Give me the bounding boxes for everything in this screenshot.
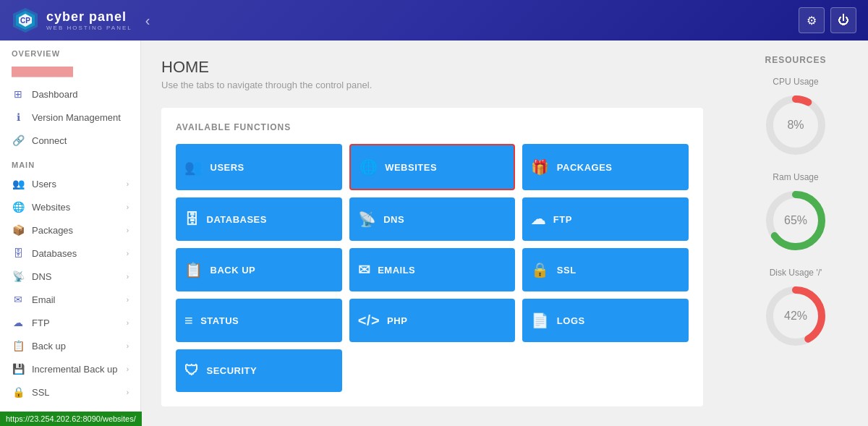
users-icon: 👥 xyxy=(184,158,203,176)
dns-icon: 📡 xyxy=(358,210,377,228)
main-layout: OVERVIEW ██████████ ⊞ Dashboard ℹ Versio… xyxy=(0,41,868,426)
sidebar-item-users[interactable]: 👥 Users › xyxy=(0,172,140,195)
func-btn-databases[interactable]: 🗄DATABASES xyxy=(176,197,342,241)
dns-icon: 📡 xyxy=(12,270,25,282)
logo-icon: CP xyxy=(12,7,39,34)
dns-label: DNS xyxy=(383,214,404,225)
packages-chevron: › xyxy=(127,226,129,234)
status-label: STATUS xyxy=(200,315,239,326)
packages-icon: 🎁 xyxy=(531,158,550,176)
websites-icon: 🌐 xyxy=(359,158,378,176)
status-icon: ≡ xyxy=(184,312,193,329)
sidebar-item-ftp[interactable]: ☁ FTP › xyxy=(0,311,140,334)
func-btn-php[interactable]: </>PHP xyxy=(349,299,516,342)
app-name: cyber panel xyxy=(46,9,132,25)
sidebar-item-websites[interactable]: 🌐 Websites › xyxy=(0,195,140,218)
bottom-bar: https://23.254.202.62:8090/websites/ xyxy=(0,412,142,426)
emails-label: EMAILS xyxy=(378,265,415,276)
resources-title: RESOURCES xyxy=(735,55,856,65)
sidebar-section-overview: OVERVIEW xyxy=(0,41,140,61)
logs-label: LOGS xyxy=(557,315,585,326)
backup-icon: 📋 xyxy=(184,261,203,278)
collapse-button[interactable]: ‹ xyxy=(140,9,156,32)
ssl-chevron: › xyxy=(127,388,129,396)
php-label: PHP xyxy=(387,315,407,326)
ftp-icon: ☁ xyxy=(531,210,546,228)
websites-icon: 🌐 xyxy=(12,201,25,213)
cpu-donut: 8% xyxy=(763,93,828,158)
func-btn-dns[interactable]: 📡DNS xyxy=(349,197,516,241)
func-btn-packages[interactable]: 🎁PACKAGES xyxy=(522,144,689,190)
databases-chevron: › xyxy=(127,250,129,257)
page-subtitle: Use the tabs to navigate through the con… xyxy=(161,80,703,90)
sidebar-item-dashboard[interactable]: ⊞ Dashboard xyxy=(0,82,140,106)
logo-text: cyber panel WEB HOSTING PANEL xyxy=(46,9,132,31)
ram-donut: 65% xyxy=(763,188,828,253)
bottom-url: https://23.254.202.62:8090/websites/ xyxy=(6,414,136,423)
ftp-chevron: › xyxy=(127,319,129,327)
sidebar-item-ssl[interactable]: 🔒 SSL › xyxy=(0,380,140,404)
sidebar-item-databases[interactable]: 🗄 Databases › xyxy=(0,242,140,265)
main-content: HOME Use the tabs to navigate through th… xyxy=(141,41,723,426)
func-btn-logs[interactable]: 📄LOGS xyxy=(522,299,689,342)
packages-icon: 📦 xyxy=(12,224,25,236)
disk-usage: Disk Usage '/' 42% xyxy=(735,268,856,349)
databases-label: DATABASES xyxy=(207,214,267,225)
backup-chevron: › xyxy=(127,342,129,350)
func-btn-security[interactable]: 🛡SECURITY xyxy=(176,349,342,392)
sidebar-item-connect[interactable]: 🔗 Connect xyxy=(0,129,140,152)
packages-label: PACKAGES xyxy=(557,162,613,173)
functions-panel: AVAILABLE FUNCTIONS 👥USERS🌐WEBSITES🎁PACK… xyxy=(161,108,703,406)
users-chevron: › xyxy=(127,180,129,188)
security-label: SECURITY xyxy=(207,365,258,376)
email-chevron: › xyxy=(127,296,129,304)
func-btn-ssl[interactable]: 🔒SSL xyxy=(522,248,689,291)
topbar-left: CP cyber panel WEB HOSTING PANEL ‹ xyxy=(12,7,156,34)
disk-donut: 42% xyxy=(763,284,828,349)
sidebar-item-email[interactable]: ✉ Email › xyxy=(0,288,140,311)
func-btn-users[interactable]: 👥USERS xyxy=(176,144,342,190)
func-btn-status[interactable]: ≡STATUS xyxy=(176,299,342,342)
svg-text:CP: CP xyxy=(20,17,30,25)
ssl-icon: 🔒 xyxy=(531,261,550,278)
power-button[interactable]: ⏻ xyxy=(830,7,856,33)
sidebar-item-dns[interactable]: 📡 DNS › xyxy=(0,265,140,288)
resources-panel: RESOURCES CPU Usage 8% Ram Usage xyxy=(723,41,868,426)
topbar: CP cyber panel WEB HOSTING PANEL ‹ ⚙ ⏻ xyxy=(0,0,868,41)
ftp-icon: ☁ xyxy=(12,317,25,328)
websites-label: WEBSITES xyxy=(385,162,437,173)
emails-icon: ✉ xyxy=(358,261,371,278)
func-btn-backup[interactable]: 📋BACK UP xyxy=(176,248,342,291)
functions-title: AVAILABLE FUNCTIONS xyxy=(176,122,689,132)
settings-button[interactable]: ⚙ xyxy=(799,7,825,33)
php-icon: </> xyxy=(358,312,380,329)
func-btn-websites[interactable]: 🌐WEBSITES xyxy=(349,144,516,190)
ftp-label: FTP xyxy=(553,214,572,225)
topbar-right: ⚙ ⏻ xyxy=(799,7,856,33)
sidebar-item-incremental-backup[interactable]: 💾 Incremental Back up › xyxy=(0,357,140,380)
cpu-usage: CPU Usage 8% xyxy=(735,77,856,158)
functions-grid: 👥USERS🌐WEBSITES🎁PACKAGES🗄DATABASES📡DNS☁F… xyxy=(176,144,689,392)
cpu-value: 8% xyxy=(787,119,804,132)
dashboard-icon: ⊞ xyxy=(12,88,25,100)
sidebar-section-main: MAIN xyxy=(0,152,140,172)
func-btn-emails[interactable]: ✉EMAILS xyxy=(349,248,516,291)
func-btn-ftp[interactable]: ☁FTP xyxy=(522,197,689,241)
incremental-backup-icon: 💾 xyxy=(12,363,25,375)
websites-chevron: › xyxy=(127,203,129,211)
security-icon: 🛡 xyxy=(184,362,200,379)
app-sub: WEB HOSTING PANEL xyxy=(46,25,132,31)
disk-value: 42% xyxy=(784,310,807,323)
sidebar-item-packages[interactable]: 📦 Packages › xyxy=(0,218,140,242)
databases-icon: 🗄 xyxy=(12,247,25,259)
logs-icon: 📄 xyxy=(531,312,550,329)
sidebar-item-backup[interactable]: 📋 Back up › xyxy=(0,334,140,357)
disk-label: Disk Usage '/' xyxy=(735,268,856,278)
users-icon: 👥 xyxy=(12,178,25,189)
ram-label: Ram Usage xyxy=(735,172,856,182)
databases-icon: 🗄 xyxy=(184,211,200,228)
users-label: USERS xyxy=(210,162,244,173)
sidebar-item-version[interactable]: ℹ Version Management xyxy=(0,106,140,129)
incremental-backup-chevron: › xyxy=(127,365,129,373)
sidebar-username: ██████████ xyxy=(0,61,140,82)
